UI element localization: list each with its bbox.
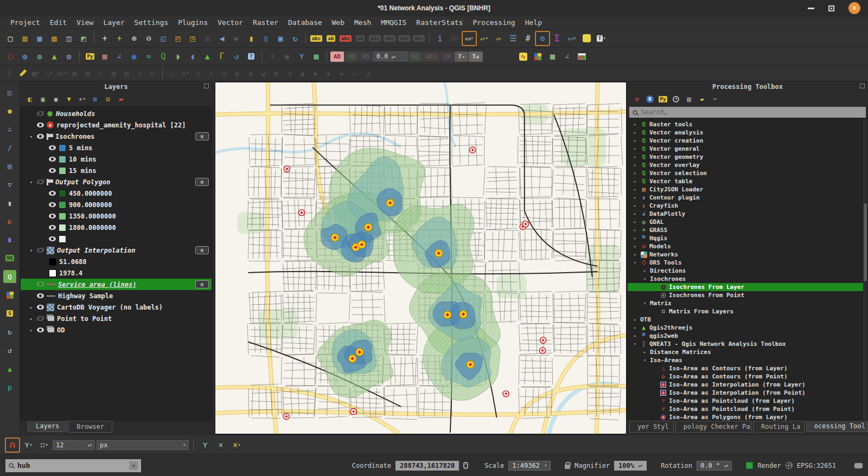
chevron-down-icon[interactable]: ▾	[642, 301, 648, 306]
snapping-magnet-icon[interactable]: U	[5, 438, 20, 452]
history-icon[interactable]	[671, 94, 681, 105]
layer-row[interactable]: ▸OD	[21, 324, 212, 336]
layer-row[interactable]: ▾Output Polygon▦	[21, 176, 212, 188]
chevron-right-icon[interactable]: ▸	[632, 228, 638, 233]
visibility-eye-icon[interactable]	[37, 327, 44, 332]
chevron-down-icon[interactable]: ▾	[28, 134, 34, 139]
chevron-right-icon[interactable]: ▸	[632, 325, 638, 330]
layout-manager-icon[interactable]: ◫	[62, 31, 76, 46]
toolbox-item[interactable]: ▸QVector overlay	[628, 161, 867, 169]
open-project-icon[interactable]: ▥	[18, 31, 32, 46]
chevron-right-icon[interactable]: ▸	[632, 203, 638, 208]
chevron-down-icon[interactable]: ▾	[642, 276, 648, 281]
hammer-icon[interactable]: Γ	[215, 49, 229, 63]
rollback-icon[interactable]: ↺	[3, 344, 16, 357]
topological-editing-icon[interactable]: ⋎	[198, 438, 212, 452]
layer-row[interactable]: ▾Isochrones▦	[21, 131, 212, 142]
sld4raster-icon[interactable]	[531, 49, 545, 63]
rotation-spinner[interactable]: 0.0 °▲▼	[697, 461, 732, 471]
histogram-icon[interactable]	[575, 49, 589, 63]
toolbox-item[interactable]: ▸◖Contour plugin	[628, 194, 867, 202]
toolbox-item[interactable]: ▸⚙Models	[628, 242, 867, 250]
field-calculator-icon[interactable]: #	[521, 31, 535, 46]
simplify-feature-icon[interactable]: ◇	[205, 67, 218, 80]
add-feature-icon[interactable]: ∴▼	[42, 67, 55, 80]
slyr-icon[interactable]: S	[3, 307, 16, 320]
new-bookmark-icon[interactable]: ▮	[244, 31, 258, 46]
routing-plugin-icon[interactable]: ∿	[516, 49, 531, 63]
menu-mmqgis[interactable]: MMQGIS	[376, 17, 411, 28]
layer-row[interactable]: Households	[21, 108, 212, 119]
toolbox-item[interactable]: ∵Iso-Area as Pointcloud (from Layer)	[628, 397, 867, 405]
chevron-right-icon[interactable]: ▸	[632, 146, 638, 151]
text-annotation-icon[interactable]: T▼	[594, 31, 608, 46]
save-project-icon[interactable]: ▦	[33, 31, 47, 46]
toolbox-scrollbar[interactable]	[863, 119, 867, 420]
gps-icon[interactable]: ◉	[280, 49, 294, 63]
map-canvas[interactable]	[215, 82, 626, 434]
tminus-button[interactable]: T-	[455, 52, 468, 62]
chevron-down-icon[interactable]: ▾	[28, 248, 34, 253]
layer-row[interactable]: 900.0000000	[21, 199, 212, 210]
plot-tool-icon[interactable]: ∠	[112, 49, 126, 63]
label-toolbar-1-icon[interactable]: ab	[353, 31, 367, 46]
panel-float-icon[interactable]	[204, 83, 209, 88]
toolbox-item[interactable]: △Iso-Area as Contours (from Layer)	[628, 364, 867, 372]
toolbox-item[interactable]: ▸QVector analysis	[628, 128, 867, 137]
new-project-icon[interactable]: ▢	[3, 31, 17, 46]
contour-icon[interactable]: ◖	[186, 49, 200, 63]
chevron-right-icon[interactable]: ▸	[632, 122, 638, 127]
zoom-to-layer-icon[interactable]: ◰	[171, 31, 185, 46]
angle-spinner[interactable]: 0.0▲▼	[373, 52, 408, 61]
toolbox-item[interactable]: ▸Distance Matrices	[628, 348, 867, 356]
show-labels-icon[interactable]: abc	[309, 31, 323, 46]
remove-layer-icon[interactable]: ▬	[116, 94, 126, 105]
zoom-native-icon[interactable]: ◎	[200, 31, 214, 46]
chevron-right-icon[interactable]: ▸	[642, 350, 648, 355]
filter-expression-icon[interactable]: ∗▼	[76, 94, 87, 105]
mouse-position-icon[interactable]	[463, 462, 468, 469]
toolbox-item[interactable]: ▸Networks	[628, 250, 867, 259]
merge-features-icon[interactable]: ▰	[335, 67, 348, 80]
rotate-feature-icon[interactable]: ◴	[192, 67, 205, 80]
web-plugin-icon[interactable]: ◍	[18, 49, 32, 63]
adj-button[interactable]: ADJ	[423, 52, 440, 62]
toolbox-item[interactable]: ▸▲Qgis2threejs	[628, 324, 867, 332]
label-toolbar-5-icon[interactable]: abc	[412, 31, 426, 46]
toolbox-item[interactable]: ▸QRaster tools	[628, 120, 867, 128]
snapping-type-icon[interactable]: ∷▼	[37, 438, 51, 452]
chevron-right-icon[interactable]: ▸	[632, 155, 638, 159]
redo-icon[interactable]: ↻	[146, 67, 159, 80]
visibility-eye-icon[interactable]	[37, 316, 44, 321]
coordinate-field[interactable]: 288743,1617820	[395, 461, 459, 471]
visibility-eye-icon[interactable]	[37, 134, 44, 139]
intersection-snapping-icon[interactable]: ×	[214, 438, 228, 452]
new-print-layout-icon[interactable]: ▧	[47, 31, 61, 46]
visibility-eye-icon[interactable]	[37, 305, 44, 310]
zoom-next-icon[interactable]: ▶	[229, 31, 244, 46]
toolbox-item[interactable]: ∵Iso-Area as Pointcloud (from Point)	[628, 405, 867, 413]
crs-globe-icon[interactable]	[786, 462, 793, 469]
menu-database[interactable]: Database	[283, 17, 327, 28]
globe-plugin-icon[interactable]: ●	[127, 49, 141, 63]
menu-web[interactable]: Web	[327, 17, 349, 28]
chevron-right-icon[interactable]: ▸	[28, 316, 34, 321]
label-toolbar-2-icon[interactable]: abc	[368, 31, 382, 46]
run-feature-action-icon[interactable]: ⚙▼	[448, 31, 462, 46]
toolbox-item[interactable]: ▸◗Crayfish	[628, 202, 867, 210]
fill-ring-icon[interactable]: ◑	[244, 67, 257, 80]
right-panel-tab[interactable]: Routing La	[753, 421, 805, 433]
crayfish-icon[interactable]: ≈	[142, 49, 156, 63]
show-bookmarks-icon[interactable]: ▯	[259, 31, 273, 46]
zoom-in-icon[interactable]: ⊕	[127, 31, 141, 46]
layer-row[interactable]: 1978.4	[21, 267, 212, 279]
messages-icon[interactable]	[854, 463, 863, 468]
r-scripts-icon[interactable]: R	[644, 94, 655, 105]
new-map-view-icon[interactable]: ▣	[273, 31, 288, 46]
results-viewer-icon[interactable]: ▤	[684, 94, 694, 105]
chevron-right-icon[interactable]: ▸	[632, 138, 638, 143]
ro-button[interactable]: RO	[359, 52, 373, 62]
trim-extend-icon[interactable]: ⊿	[361, 67, 374, 80]
right-panel-tab[interactable]: pology Checker Pa	[675, 421, 751, 433]
layer-row[interactable]: 51.0688	[21, 256, 212, 267]
